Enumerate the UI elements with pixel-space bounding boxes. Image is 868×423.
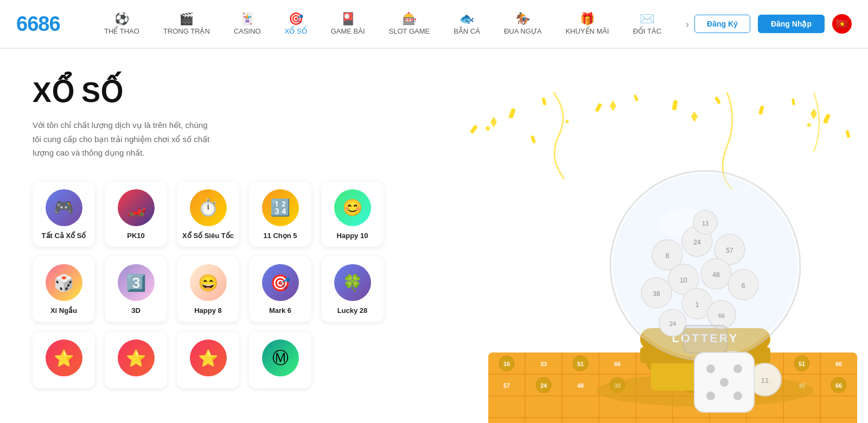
svg-point-78 xyxy=(701,259,731,289)
doi-tac-icon: ✉️ xyxy=(640,13,654,25)
nav-label: ĐUA NGỰA xyxy=(504,27,542,35)
svg-text:51: 51 xyxy=(799,361,805,367)
game-label-happy8: Happy 8 xyxy=(194,306,222,316)
game-icon-xi-ngau: 🎲 xyxy=(46,264,82,301)
the-thao-icon: ⚽ xyxy=(114,13,129,25)
game-label-sieu-toc: Xổ Số Siêu Tốc xyxy=(182,232,234,241)
header-right: Đăng Ký Đăng Nhập 🇻🇳 xyxy=(694,14,852,34)
svg-text:24: 24 xyxy=(540,382,547,389)
game-card-sieu-toc[interactable]: ⏱️ Xổ Số Siêu Tốc xyxy=(177,182,239,247)
svg-text:66: 66 xyxy=(835,382,842,389)
logo[interactable]: 6686 xyxy=(16,12,71,36)
game-card-11chon5[interactable]: 🔢 11 Chọn 5 xyxy=(249,182,311,247)
svg-text:10: 10 xyxy=(680,277,687,284)
svg-point-101 xyxy=(706,392,715,400)
nav-label: THỂ THAO xyxy=(104,27,139,35)
svg-point-86 xyxy=(659,309,686,336)
game-icon-3d: 3️⃣ xyxy=(118,264,155,301)
game-card-pk10[interactable]: 🏎️ PK10 xyxy=(105,182,167,247)
dua-ngua-icon: 🏇 xyxy=(515,13,530,25)
svg-point-34 xyxy=(647,356,662,371)
svg-text:46: 46 xyxy=(725,382,731,389)
game-label-mark6: Mark 6 xyxy=(269,306,291,316)
svg-text:LOTTERY: LOTTERY xyxy=(672,331,739,345)
game-card-happy8[interactable]: 😄 Happy 8 xyxy=(177,257,239,322)
game-grid: 🎮 Tất Cả Xổ Số 🏎️ PK10 ⏱️ Xổ Số Siêu Tốc… xyxy=(33,182,412,389)
game-card-xi-ngau[interactable]: 🎲 Xí Ngầu xyxy=(33,257,95,322)
svg-text:1: 1 xyxy=(695,301,699,309)
nav-item-slot-game[interactable]: 🎰 SLOT GAME xyxy=(377,13,442,35)
game-card-happy10[interactable]: 😊 Happy 10 xyxy=(321,182,384,247)
svg-point-72 xyxy=(682,226,712,257)
svg-text:75: 75 xyxy=(651,361,658,367)
svg-text:★: ★ xyxy=(484,124,492,133)
game-card-mega[interactable]: Ⓜ xyxy=(249,332,311,388)
svg-text:48: 48 xyxy=(712,271,720,279)
nav-item-xo-so[interactable]: 🎯 XỔ SỐ xyxy=(273,13,319,35)
svg-text:57: 57 xyxy=(503,382,510,389)
nav-item-khuyen-mai[interactable]: 🎁 KHUYẾN MÃI xyxy=(553,13,621,35)
game-icon-11chon5: 🔢 xyxy=(262,189,299,226)
svg-point-84 xyxy=(682,289,712,319)
svg-point-82 xyxy=(728,270,758,300)
game-card-vn3[interactable]: ⭐ xyxy=(177,332,239,388)
header: 6686 ⚽ THỂ THAO 🎬 TRONG TRẬN 🃏 CASINO 🎯 … xyxy=(0,0,868,49)
svg-text:66: 66 xyxy=(718,312,725,319)
page-title: XỔ SỐ xyxy=(33,76,835,108)
svg-text:44: 44 xyxy=(762,361,769,367)
svg-text:38: 38 xyxy=(614,382,621,389)
nav-item-trong-tran[interactable]: 🎬 TRONG TRẬN xyxy=(151,13,222,35)
game-icon-lucky28: 🍀 xyxy=(334,264,371,301)
svg-rect-11 xyxy=(845,130,850,138)
svg-text:33: 33 xyxy=(540,361,547,367)
language-flag[interactable]: 🇻🇳 xyxy=(832,14,852,34)
nav-more-button[interactable]: › xyxy=(680,18,694,30)
svg-marker-14 xyxy=(810,108,817,119)
svg-text:8: 8 xyxy=(666,252,669,260)
login-button[interactable]: Đăng Nhập xyxy=(758,15,825,33)
svg-point-90 xyxy=(693,210,717,234)
nav-item-casino[interactable]: 🃏 CASINO xyxy=(222,13,273,35)
svg-point-76 xyxy=(668,264,699,294)
svg-point-35 xyxy=(720,356,736,371)
game-card-vn2[interactable]: ⭐ xyxy=(105,332,167,388)
game-icon-happy8: 😄 xyxy=(190,264,227,301)
svg-point-95 xyxy=(749,363,781,396)
svg-text:★: ★ xyxy=(564,118,570,125)
svg-point-40 xyxy=(757,377,773,393)
game-card-vn1[interactable]: ⭐ xyxy=(33,332,95,388)
svg-rect-0 xyxy=(508,108,516,119)
game-card-tat-ca[interactable]: 🎮 Tất Cả Xổ Số xyxy=(33,182,95,247)
game-card-mark6[interactable]: 🎯 Mark 6 xyxy=(249,257,311,322)
slot-game-icon: 🎰 xyxy=(402,13,417,25)
svg-text:46: 46 xyxy=(799,382,805,389)
svg-text:1: 1 xyxy=(690,361,693,367)
game-card-lucky28[interactable]: 🍀 Lucky 28 xyxy=(321,257,384,322)
svg-point-69 xyxy=(656,202,706,242)
game-bai-icon: 🎴 xyxy=(341,13,355,25)
lottery-illustration: ★ ★ ★ xyxy=(445,92,868,423)
game-card-3d[interactable]: 3️⃣ 3D xyxy=(105,257,167,322)
game-icon-pk10: 🏎️ xyxy=(118,189,155,226)
nav-item-dua-ngua[interactable]: 🏇 ĐUA NGỰA xyxy=(492,13,554,35)
svg-point-102 xyxy=(733,392,742,400)
game-icon-vn3: ⭐ xyxy=(190,339,227,376)
game-label-lucky28: Lucky 28 xyxy=(337,306,368,316)
svg-marker-12 xyxy=(490,117,497,127)
main-nav: ⚽ THỂ THAO 🎬 TRONG TRẬN 🃏 CASINO 🎯 XỔ SỐ… xyxy=(92,13,680,35)
svg-text:★: ★ xyxy=(806,120,813,129)
svg-text:38: 38 xyxy=(653,290,660,298)
nav-label: BẮN CÁ xyxy=(454,27,480,35)
nav-item-game-bai[interactable]: 🎴 GAME BÀI xyxy=(319,13,377,35)
svg-text:1: 1 xyxy=(763,382,767,389)
svg-point-41 xyxy=(831,377,846,393)
svg-point-88 xyxy=(707,300,736,329)
nav-item-ban-ca[interactable]: 🐟 BẮN CÁ xyxy=(442,13,492,35)
nav-item-doi-tac[interactable]: ✉️ ĐỐI TÁC xyxy=(621,13,673,35)
register-button[interactable]: Đăng Ký xyxy=(694,15,750,33)
nav-label: GAME BÀI xyxy=(331,27,365,35)
svg-point-62 xyxy=(597,374,814,407)
nav-item-the-thao[interactable]: ⚽ THỂ THAO xyxy=(92,13,151,35)
game-label-xi-ngau: Xí Ngầu xyxy=(50,306,77,316)
svg-text:66: 66 xyxy=(835,361,842,367)
